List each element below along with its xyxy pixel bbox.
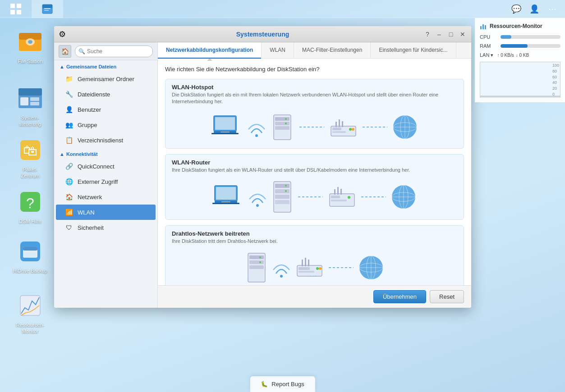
tab-kindersicherung[interactable]: Einstellungen für Kindersic... (371, 42, 456, 58)
svg-rect-102 (480, 26, 482, 29)
sidebar-item-label: WLAN (78, 209, 95, 216)
sidebar-item-label: Dateidienste (78, 91, 110, 98)
svg-point-86 (280, 275, 283, 278)
svg-rect-54 (216, 187, 236, 200)
svg-rect-91 (305, 258, 306, 266)
sidebar-item-externer-zugriff[interactable]: 🌐 Externer Zugriff (54, 174, 157, 189)
quickconnect-icon: 🔗 (65, 162, 73, 170)
maximize-button[interactable]: □ (446, 29, 456, 39)
svg-point-45 (349, 128, 352, 131)
user-icon[interactable]: 👤 (527, 2, 542, 16)
desktop-icon-hidrive[interactable]: HiDrive Backup (10, 234, 51, 277)
content-area: Netzwerkabbildungskonfiguration WLAN MAC… (158, 42, 471, 308)
svg-rect-57 (221, 201, 230, 202)
svg-rect-103 (482, 24, 484, 29)
svg-rect-15 (30, 97, 39, 101)
chart-labels: 100 80 60 40 20 0 (552, 62, 559, 97)
svg-rect-35 (275, 126, 289, 130)
window-title: Systemsteuerung (58, 31, 468, 38)
svg-rect-81 (249, 255, 264, 259)
svg-point-31 (255, 134, 258, 137)
svg-rect-62 (275, 195, 289, 199)
desktop-icon-systemsteuerung[interactable]: System-steuerung (10, 81, 51, 130)
svg-rect-14 (20, 97, 28, 105)
sidebar-item-wlan[interactable]: 📶 WLAN (56, 205, 156, 220)
report-bugs-button[interactable]: 🐛 Report Bugs (250, 376, 315, 392)
desktop-icon-ressourcen-monitor[interactable]: Ressourcen-Monitor (10, 288, 51, 337)
wifi-waves-3 (272, 256, 290, 279)
cpu-bar (501, 35, 511, 39)
desktop-icon-paket-zentrum[interactable]: 🛍 Paket-Zentrum (10, 133, 51, 182)
sidebar-item-sicherheit[interactable]: 🛡 Sicherheit (54, 220, 157, 235)
svg-point-65 (285, 190, 287, 192)
network-card-hotspot[interactable]: WLAN-Hotspot Die DiskStation fungiert al… (165, 79, 464, 149)
sidebar-home-button[interactable]: 🏠 (59, 45, 71, 58)
wlan-icon: 📶 (65, 208, 73, 216)
cpu-label: CPU (480, 34, 498, 40)
svg-rect-42 (335, 122, 337, 127)
sicherheit-icon: 🛡 (65, 223, 73, 232)
taskbar-app-grid[interactable] (0, 0, 32, 18)
svg-rect-69 (331, 200, 347, 201)
sidebar-item-gruppe[interactable]: 👥 Gruppe (54, 117, 157, 132)
tab-netzwerkabbildung[interactable]: Netzwerkabbildungskonfiguration (158, 42, 262, 59)
content-body: Wie richten Sie die Netzwerkabbildung de… (158, 59, 471, 285)
systemsteuerung-label: System-steuerung (19, 114, 41, 128)
svg-rect-83 (249, 265, 264, 269)
sidebar-item-quickconnect[interactable]: 🔗 QuickConnect (54, 159, 157, 174)
lan-row: LAN ▾ ↑ 0 KB/s ↓ 0 KB (480, 52, 560, 58)
connection-line-1 (299, 125, 324, 129)
reset-button[interactable]: Reset (430, 290, 464, 303)
svg-rect-60 (275, 184, 289, 188)
help-button[interactable]: ? (423, 29, 432, 39)
svg-rect-3 (17, 10, 21, 14)
svg-rect-24 (23, 247, 37, 251)
svg-point-46 (352, 128, 354, 131)
modem-icon-2 (327, 185, 357, 210)
connection-line-2 (363, 125, 387, 129)
tab-mac-filter[interactable]: MAC-Filter-Einstellungen (294, 42, 371, 58)
svg-point-94 (319, 267, 322, 270)
sidebar-section-gemeinsame-dateien[interactable]: ▲ Gemeinsame Dateien (54, 60, 157, 71)
svg-rect-68 (331, 196, 340, 198)
section-label: Gemeinsame Dateien (66, 64, 116, 69)
content-question: Wie richten Sie die Netzwerkabbildung de… (165, 66, 464, 73)
lan-label: LAN ▾ (480, 52, 493, 58)
laptop-icon (211, 114, 243, 141)
close-button[interactable]: ✕ (458, 29, 468, 39)
svg-rect-88 (299, 267, 310, 270)
netzwerk-icon: 🏠 (65, 193, 73, 201)
file-station-label: File Station (18, 58, 42, 64)
globe-icon-2 (390, 184, 417, 210)
sidebar-item-verzeichnisdienst[interactable]: 📋 Verzeichnisdienst (54, 132, 157, 148)
svg-point-64 (285, 185, 287, 187)
tab-wlan[interactable]: WLAN (262, 42, 294, 58)
sidebar-item-benutzer[interactable]: 👤 Benutzer (54, 102, 157, 117)
chat-icon[interactable]: 💬 (509, 2, 524, 16)
apply-button[interactable]: Übernehmen (373, 290, 426, 303)
sidebar-item-netzwerk[interactable]: 🏠 Netzwerk (54, 189, 157, 205)
card-router-desc: Ihre DiskStation fungiert als ein WLAN-R… (172, 167, 457, 173)
svg-rect-41 (332, 131, 346, 133)
window-controls: ? – □ ✕ (423, 29, 468, 39)
search-input[interactable] (75, 46, 153, 57)
sidebar-item-gemeinsamer-ordner[interactable]: 📁 Gemeinsamer Ordner (54, 71, 157, 87)
taskbar-file-station[interactable] (32, 0, 63, 18)
network-card-router[interactable]: WLAN-Router Ihre DiskStation fungiert al… (165, 154, 464, 220)
svg-rect-63 (275, 200, 289, 204)
desktop-icon-dsm-hilfe[interactable]: ? DSM Hilfe (10, 185, 51, 227)
nas-icon-3 (245, 252, 268, 283)
connection-line-4 (361, 195, 386, 199)
minimize-button[interactable]: – (434, 29, 444, 39)
desktop-icon-file-station[interactable]: File Station (10, 25, 51, 67)
more-icon[interactable]: ⋯ (545, 2, 560, 16)
sidebar-section-konnektivitaet[interactable]: ▲ Konnektivität (54, 148, 157, 159)
sidebar-item-dateidienste[interactable]: 🔧 Dateidienste (54, 87, 157, 102)
access-point-icon (295, 254, 324, 281)
resources-title: Ressourcen-Monitor (480, 23, 560, 30)
card-drahtlos-desc: Ihre DiskStation tritt dem Drahtlos-Netz… (172, 238, 457, 245)
tab-bar: Netzwerkabbildungskonfiguration WLAN MAC… (158, 42, 471, 59)
card-hotspot-visual (165, 107, 464, 148)
svg-rect-43 (339, 119, 340, 127)
network-card-drahtlos[interactable]: Drahtlos-Netzwerk beitreten Ihre DiskSta… (165, 225, 464, 285)
